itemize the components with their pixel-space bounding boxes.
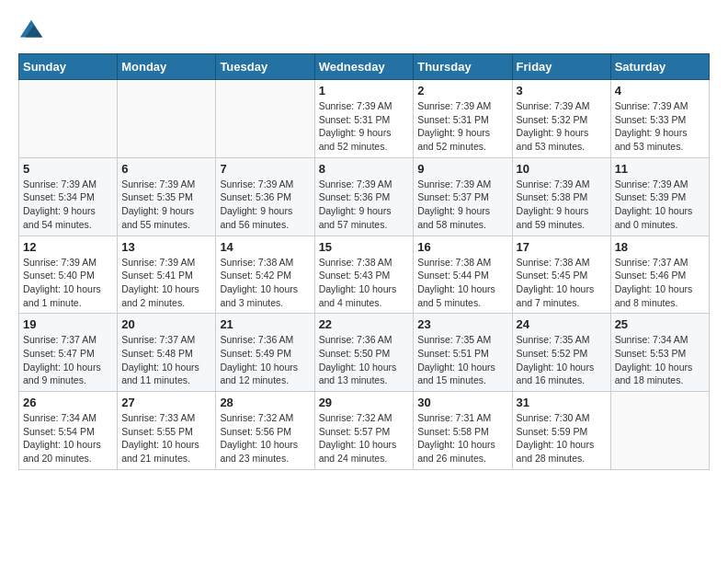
- calendar-cell: 14Sunrise: 7:38 AM Sunset: 5:42 PM Dayli…: [216, 236, 314, 314]
- calendar-cell: 6Sunrise: 7:39 AM Sunset: 5:35 PM Daylig…: [118, 157, 216, 236]
- day-info: Sunrise: 7:33 AM Sunset: 5:55 PM Dayligh…: [121, 411, 211, 465]
- day-info: Sunrise: 7:30 AM Sunset: 5:59 PM Dayligh…: [517, 411, 607, 465]
- header-saturday: Saturday: [610, 54, 709, 80]
- calendar-week-row: 5Sunrise: 7:39 AM Sunset: 5:34 PM Daylig…: [19, 157, 710, 236]
- day-number: 18: [615, 240, 705, 254]
- day-info: Sunrise: 7:38 AM Sunset: 5:42 PM Dayligh…: [220, 256, 310, 310]
- day-info: Sunrise: 7:32 AM Sunset: 5:57 PM Dayligh…: [319, 411, 410, 465]
- calendar-cell: 2Sunrise: 7:39 AM Sunset: 5:31 PM Daylig…: [414, 80, 512, 158]
- calendar-cell: 12Sunrise: 7:39 AM Sunset: 5:40 PM Dayli…: [19, 236, 118, 314]
- day-number: 27: [121, 396, 211, 409]
- calendar-cell: 4Sunrise: 7:39 AM Sunset: 5:33 PM Daylig…: [610, 80, 709, 158]
- calendar-cell: 9Sunrise: 7:39 AM Sunset: 5:37 PM Daylig…: [414, 157, 512, 236]
- day-info: Sunrise: 7:39 AM Sunset: 5:38 PM Dayligh…: [517, 178, 607, 232]
- calendar-cell: 17Sunrise: 7:38 AM Sunset: 5:45 PM Dayli…: [512, 236, 610, 314]
- day-info: Sunrise: 7:38 AM Sunset: 5:45 PM Dayligh…: [517, 256, 607, 310]
- day-number: 22: [319, 317, 410, 331]
- day-info: Sunrise: 7:36 AM Sunset: 5:50 PM Dayligh…: [319, 333, 410, 387]
- day-number: 13: [121, 240, 211, 254]
- day-number: 23: [417, 317, 507, 331]
- day-number: 5: [23, 162, 113, 176]
- calendar-cell: 18Sunrise: 7:37 AM Sunset: 5:46 PM Dayli…: [610, 236, 709, 314]
- day-info: Sunrise: 7:37 AM Sunset: 5:47 PM Dayligh…: [23, 333, 113, 387]
- day-info: Sunrise: 7:39 AM Sunset: 5:41 PM Dayligh…: [121, 256, 211, 310]
- logo-icon: [18, 18, 44, 44]
- calendar-cell: 27Sunrise: 7:33 AM Sunset: 5:55 PM Dayli…: [118, 392, 216, 470]
- day-info: Sunrise: 7:37 AM Sunset: 5:48 PM Dayligh…: [121, 333, 211, 387]
- day-number: 11: [615, 162, 705, 176]
- day-info: Sunrise: 7:32 AM Sunset: 5:56 PM Dayligh…: [220, 411, 310, 465]
- day-number: 31: [517, 396, 607, 409]
- day-number: 20: [121, 317, 211, 331]
- header-friday: Friday: [512, 54, 610, 80]
- day-info: Sunrise: 7:39 AM Sunset: 5:31 PM Dayligh…: [319, 99, 410, 154]
- calendar-week-row: 19Sunrise: 7:37 AM Sunset: 5:47 PM Dayli…: [19, 314, 710, 392]
- calendar-cell: [19, 80, 118, 158]
- calendar-cell: 7Sunrise: 7:39 AM Sunset: 5:36 PM Daylig…: [216, 157, 314, 236]
- day-number: 9: [417, 162, 507, 176]
- calendar-header-row: SundayMondayTuesdayWednesdayThursdayFrid…: [19, 54, 710, 80]
- day-info: Sunrise: 7:34 AM Sunset: 5:54 PM Dayligh…: [23, 411, 113, 465]
- header-sunday: Sunday: [19, 54, 118, 80]
- calendar-cell: 24Sunrise: 7:35 AM Sunset: 5:52 PM Dayli…: [512, 314, 610, 392]
- day-info: Sunrise: 7:39 AM Sunset: 5:33 PM Dayligh…: [615, 99, 705, 154]
- day-info: Sunrise: 7:39 AM Sunset: 5:40 PM Dayligh…: [23, 256, 113, 310]
- day-number: 25: [615, 317, 705, 331]
- calendar-week-row: 12Sunrise: 7:39 AM Sunset: 5:40 PM Dayli…: [19, 236, 710, 314]
- day-info: Sunrise: 7:38 AM Sunset: 5:44 PM Dayligh…: [417, 256, 507, 310]
- calendar-cell: 1Sunrise: 7:39 AM Sunset: 5:31 PM Daylig…: [314, 80, 414, 158]
- day-info: Sunrise: 7:31 AM Sunset: 5:58 PM Dayligh…: [417, 411, 507, 465]
- day-number: 16: [417, 240, 507, 254]
- day-number: 12: [23, 240, 113, 254]
- calendar-week-row: 26Sunrise: 7:34 AM Sunset: 5:54 PM Dayli…: [19, 392, 710, 470]
- calendar-cell: 15Sunrise: 7:38 AM Sunset: 5:43 PM Dayli…: [314, 236, 414, 314]
- day-number: 21: [220, 317, 310, 331]
- page-header: [18, 18, 710, 44]
- day-number: 26: [23, 396, 113, 409]
- day-info: Sunrise: 7:39 AM Sunset: 5:36 PM Dayligh…: [319, 178, 410, 232]
- day-number: 24: [517, 317, 607, 331]
- day-info: Sunrise: 7:39 AM Sunset: 5:36 PM Dayligh…: [220, 178, 310, 232]
- calendar-cell: 30Sunrise: 7:31 AM Sunset: 5:58 PM Dayli…: [414, 392, 512, 470]
- calendar-cell: 16Sunrise: 7:38 AM Sunset: 5:44 PM Dayli…: [414, 236, 512, 314]
- day-info: Sunrise: 7:39 AM Sunset: 5:34 PM Dayligh…: [23, 178, 113, 232]
- day-number: 8: [319, 162, 410, 176]
- day-info: Sunrise: 7:39 AM Sunset: 5:39 PM Dayligh…: [615, 178, 705, 232]
- calendar-table: SundayMondayTuesdayWednesdayThursdayFrid…: [18, 53, 710, 470]
- header-tuesday: Tuesday: [216, 54, 314, 80]
- calendar-cell: 3Sunrise: 7:39 AM Sunset: 5:32 PM Daylig…: [512, 80, 610, 158]
- logo: [18, 18, 48, 44]
- day-number: 3: [517, 84, 607, 98]
- calendar-cell: [610, 392, 709, 470]
- calendar-cell: 5Sunrise: 7:39 AM Sunset: 5:34 PM Daylig…: [19, 157, 118, 236]
- day-info: Sunrise: 7:35 AM Sunset: 5:52 PM Dayligh…: [517, 333, 607, 387]
- calendar-cell: 21Sunrise: 7:36 AM Sunset: 5:49 PM Dayli…: [216, 314, 314, 392]
- day-info: Sunrise: 7:39 AM Sunset: 5:35 PM Dayligh…: [121, 178, 211, 232]
- day-number: 28: [220, 396, 310, 409]
- day-info: Sunrise: 7:34 AM Sunset: 5:53 PM Dayligh…: [615, 333, 705, 387]
- day-number: 10: [517, 162, 607, 176]
- day-number: 7: [220, 162, 310, 176]
- calendar-cell: 20Sunrise: 7:37 AM Sunset: 5:48 PM Dayli…: [118, 314, 216, 392]
- calendar-cell: 25Sunrise: 7:34 AM Sunset: 5:53 PM Dayli…: [610, 314, 709, 392]
- calendar-cell: [118, 80, 216, 158]
- day-number: 15: [319, 240, 410, 254]
- header-thursday: Thursday: [414, 54, 512, 80]
- day-info: Sunrise: 7:35 AM Sunset: 5:51 PM Dayligh…: [417, 333, 507, 387]
- day-number: 4: [615, 84, 705, 98]
- day-number: 29: [319, 396, 410, 409]
- calendar-week-row: 1Sunrise: 7:39 AM Sunset: 5:31 PM Daylig…: [19, 80, 710, 158]
- header-monday: Monday: [118, 54, 216, 80]
- day-number: 2: [417, 84, 507, 98]
- day-info: Sunrise: 7:37 AM Sunset: 5:46 PM Dayligh…: [615, 256, 705, 310]
- day-info: Sunrise: 7:39 AM Sunset: 5:31 PM Dayligh…: [417, 99, 507, 154]
- day-number: 6: [121, 162, 211, 176]
- calendar-cell: 23Sunrise: 7:35 AM Sunset: 5:51 PM Dayli…: [414, 314, 512, 392]
- calendar-cell: 29Sunrise: 7:32 AM Sunset: 5:57 PM Dayli…: [314, 392, 414, 470]
- day-info: Sunrise: 7:36 AM Sunset: 5:49 PM Dayligh…: [220, 333, 310, 387]
- calendar-cell: 8Sunrise: 7:39 AM Sunset: 5:36 PM Daylig…: [314, 157, 414, 236]
- calendar-cell: [216, 80, 314, 158]
- day-info: Sunrise: 7:39 AM Sunset: 5:37 PM Dayligh…: [417, 178, 507, 232]
- header-wednesday: Wednesday: [314, 54, 414, 80]
- calendar-cell: 11Sunrise: 7:39 AM Sunset: 5:39 PM Dayli…: [610, 157, 709, 236]
